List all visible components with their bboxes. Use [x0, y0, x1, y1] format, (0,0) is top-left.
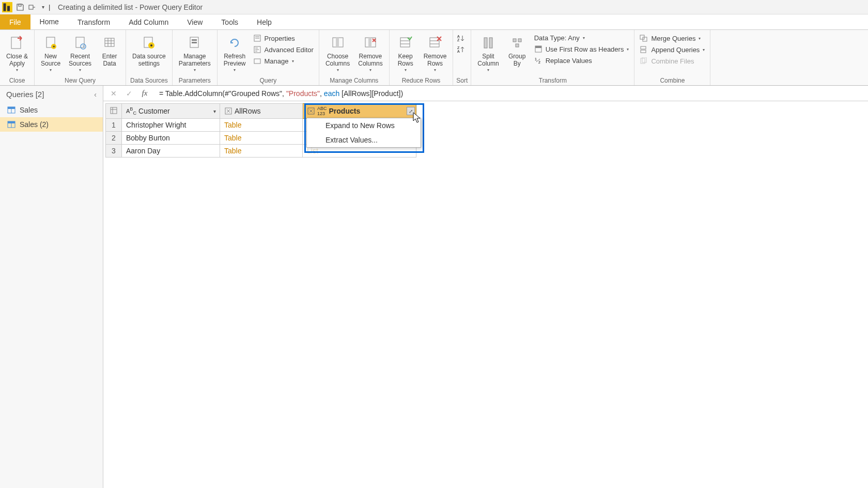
advanced-editor-button[interactable]: Advanced Editor [251, 44, 316, 55]
expand-allrows-icon[interactable] [224, 107, 233, 115]
save-icon[interactable] [14, 2, 26, 13]
expand-products-dropdown-icon[interactable]: ⤢ [407, 107, 415, 115]
svg-point-17 [150, 44, 152, 46]
svg-text:Z: Z [457, 38, 460, 42]
tab-add-column[interactable]: Add Column [119, 14, 178, 29]
undo-icon[interactable] [26, 2, 37, 13]
close-apply-button[interactable]: Close & Apply▾ [3, 33, 31, 73]
svg-rect-49 [535, 46, 541, 48]
ribbon-group-transform: Split Column▾ Group By Data Type: Any ▾ … [471, 30, 634, 85]
refresh-preview-button[interactable]: Refresh Preview▾ [221, 33, 249, 73]
formula-text[interactable]: = Table.AddColumn(#"Grouped Rows", "Prod… [154, 89, 403, 98]
extract-values-item[interactable]: Extract Values... [307, 133, 421, 147]
svg-rect-44 [489, 38, 492, 48]
svg-rect-3 [29, 5, 33, 9]
combine-files-button[interactable]: Combine Files [638, 56, 707, 66]
expand-dropdown-menu: Expand to New Rows Extract Values... [306, 118, 421, 148]
tab-home[interactable]: Home [30, 14, 68, 29]
title-bar: ▾ | Creating a delimited list - Power Qu… [0, 0, 868, 14]
svg-text:A: A [457, 35, 460, 38]
separator: | [49, 3, 53, 11]
keep-rows-button[interactable]: Keep Rows▾ [393, 33, 419, 73]
tab-view[interactable]: View [178, 14, 212, 29]
manage-parameters-button[interactable]: Manage Parameters▾ [176, 33, 214, 73]
ribbon-group-parameters: Manage Parameters▾ Parameters [173, 30, 218, 85]
sort-desc-icon: ZA [457, 45, 466, 54]
query-item-sales[interactable]: Sales [0, 103, 103, 117]
replace-icon: 12 [534, 56, 542, 65]
tab-help[interactable]: Help [247, 14, 281, 29]
collapse-queries-icon[interactable]: ‹ [94, 90, 97, 99]
svg-text:✦: ✦ [52, 44, 56, 49]
choose-columns-button[interactable]: Choose Columns▾ [322, 33, 353, 73]
group-by-button[interactable]: Group By [504, 33, 530, 69]
replace-values-button[interactable]: 12 Replace Values [532, 55, 631, 66]
ribbon-group-new-query: ✦ New Source▾ Recent Sources▾ Enter Data… [35, 30, 126, 85]
svg-text:Z: Z [457, 46, 460, 50]
table-icon [7, 106, 16, 114]
ribbon-group-reduce-rows: Keep Rows▾ Remove Rows▾ Reduce Rows [390, 30, 454, 85]
enter-data-button[interactable]: Enter Data [97, 33, 122, 69]
properties-button[interactable]: Properties [251, 33, 316, 43]
svg-text:A: A [457, 50, 460, 53]
svg-rect-10 [105, 38, 114, 46]
svg-rect-1 [7, 6, 10, 11]
window-title: Creating a delimited list - Power Query … [58, 3, 203, 11]
tab-transform[interactable]: Transform [68, 14, 119, 29]
fx-icon[interactable]: fx [138, 87, 151, 100]
cancel-formula-button[interactable]: ✕ [107, 87, 120, 100]
ribbon-group-close: Close & Apply▾ Close [0, 30, 35, 85]
grid-corner[interactable] [106, 104, 122, 119]
svg-rect-43 [484, 38, 487, 48]
data-type-button[interactable]: Data Type: Any ▾ [532, 33, 631, 43]
manage-query-button[interactable]: Manage ▾ [251, 56, 316, 66]
new-source-button[interactable]: ✦ New Source▾ [38, 33, 64, 73]
column-header-customer[interactable]: ABC Customer ▾ [122, 104, 220, 119]
tab-tools[interactable]: Tools [212, 14, 247, 29]
svg-rect-46 [518, 39, 521, 42]
append-queries-button[interactable]: Append Queries ▾ [638, 44, 707, 55]
svg-rect-32 [368, 38, 371, 47]
manage-icon [253, 57, 261, 65]
properties-icon [253, 34, 261, 42]
sort-desc-button[interactable]: ZA [456, 44, 467, 55]
svg-rect-20 [192, 42, 197, 43]
merge-queries-button[interactable]: Merge Queries ▾ [638, 33, 707, 43]
sort-asc-button[interactable]: AZ [456, 33, 467, 43]
svg-rect-30 [336, 38, 339, 47]
formula-bar: ✕ ✓ fx = Table.AddColumn(#"Grouped Rows"… [103, 86, 868, 101]
data-source-settings-button[interactable]: Data source settings [129, 33, 169, 69]
qa-dropdown-icon[interactable]: ▾ [37, 2, 49, 13]
svg-text:2: 2 [538, 60, 540, 64]
ribbon-group-query: Refresh Preview▾ Properties Advanced Edi… [218, 30, 319, 85]
text-type-icon: ABC [126, 106, 136, 116]
queries-pane: Queries [2] ‹ Sales Sales (2) [0, 86, 103, 488]
append-icon [640, 45, 648, 54]
data-grid-wrapper: ABC Customer ▾ AllRows [103, 101, 868, 160]
tab-strip: File Home Transform Add Column View Tool… [0, 14, 868, 30]
svg-rect-45 [513, 39, 516, 42]
svg-text:1: 1 [535, 57, 537, 61]
query-item-sales-2[interactable]: Sales (2) [0, 117, 103, 132]
main-area: Queries [2] ‹ Sales Sales (2) ✕ ✓ fx = T… [0, 86, 868, 488]
combine-files-icon [640, 57, 648, 65]
expand-to-new-rows-item[interactable]: Expand to New Rows [307, 118, 421, 133]
filter-customer-icon[interactable]: ▾ [210, 107, 219, 115]
recent-sources-button[interactable]: Recent Sources▾ [66, 33, 95, 73]
svg-rect-28 [254, 59, 260, 64]
first-row-headers-button[interactable]: Use First Row as Headers ▾ [532, 44, 631, 54]
any-type-icon: ABC123 [317, 106, 327, 116]
accept-formula-button[interactable]: ✓ [123, 87, 135, 100]
split-column-button[interactable]: Split Column▾ [474, 33, 502, 73]
remove-rows-button[interactable]: Remove Rows▾ [421, 33, 450, 73]
column-header-allrows[interactable]: AllRows [220, 104, 303, 119]
file-tab[interactable]: File [0, 14, 30, 29]
remove-columns-button[interactable]: Remove Columns▾ [355, 33, 385, 73]
svg-rect-54 [641, 46, 646, 49]
column-header-products[interactable]: ABC123 Products ⤢ [303, 104, 416, 119]
svg-rect-36 [430, 38, 439, 47]
table-icon [7, 121, 16, 128]
expand-products-icon[interactable] [307, 107, 315, 115]
ribbon-group-manage-columns: Choose Columns▾ Remove Columns▾ Manage C… [319, 30, 390, 85]
content-area: ✕ ✓ fx = Table.AddColumn(#"Grouped Rows"… [103, 86, 868, 488]
